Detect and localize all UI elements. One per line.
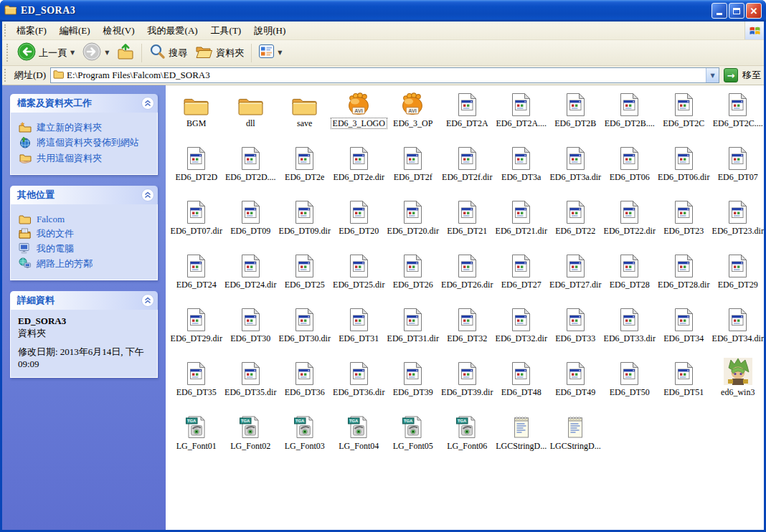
file-list-area[interactable]: BGMdllsaveAVIED6_3_LOGOAVIED6_3_OPED6_DT… <box>166 85 764 530</box>
file-item[interactable]: ED6_DT34.dir <box>711 303 764 357</box>
file-item[interactable]: ED6_DT51 <box>657 357 711 411</box>
file-item[interactable]: ED6_DT28 <box>602 250 657 303</box>
section-header-details[interactable]: 詳細資料 <box>10 291 158 310</box>
file-item[interactable]: save <box>278 88 332 142</box>
file-item[interactable]: ED6_DT2A.... <box>494 88 549 142</box>
file-item[interactable]: ED6_DT29 <box>711 250 764 303</box>
place-my-documents[interactable]: 我的文件 <box>18 228 153 239</box>
file-item[interactable]: ED6_DT24 <box>169 250 224 303</box>
file-item[interactable]: ED6_DT2C.... <box>711 88 764 142</box>
file-item[interactable]: ED6_DT31 <box>332 303 387 357</box>
file-item[interactable]: ED6_DT34 <box>657 303 711 357</box>
menu-view[interactable]: 檢視(V) <box>97 22 141 39</box>
views-button[interactable]: ▼ <box>256 43 285 62</box>
file-item[interactable]: ED6_DT26 <box>386 250 440 303</box>
file-item[interactable]: ED6_DT07.dir <box>169 196 224 250</box>
collapse-chevron-icon[interactable] <box>141 294 154 307</box>
file-item[interactable]: ED6_DT22 <box>549 196 603 250</box>
toolbar-grip[interactable] <box>6 44 10 62</box>
file-item[interactable]: BGM <box>169 88 224 142</box>
file-item[interactable]: ED6_DT20 <box>332 196 387 250</box>
file-item[interactable]: ED6_DT33.dir <box>602 303 657 357</box>
file-item[interactable]: TGALG_Font03 <box>278 411 332 465</box>
file-item[interactable]: ED6_DT2C <box>657 88 711 142</box>
collapse-chevron-icon[interactable] <box>141 97 154 110</box>
file-item[interactable]: TGALG_Font04 <box>332 411 387 465</box>
file-item[interactable]: ED6_DT48 <box>494 357 549 411</box>
forward-button[interactable]: ▼ <box>80 41 112 65</box>
section-header-file-tasks[interactable]: 檔案及資料夾工作 <box>10 94 158 113</box>
minimize-button[interactable] <box>711 3 727 19</box>
file-item[interactable]: ED6_DT32.dir <box>494 303 549 357</box>
file-item[interactable]: AVIED6_3_LOGO <box>332 88 387 142</box>
file-item[interactable]: ED6_DT2B <box>549 88 603 142</box>
file-item[interactable]: ED6_DT25.dir <box>332 250 387 303</box>
file-item[interactable]: ED6_DT29.dir <box>169 303 224 357</box>
file-item[interactable]: ED6_DT24.dir <box>224 250 278 303</box>
file-item[interactable]: ED6_DT32 <box>440 303 495 357</box>
file-item[interactable]: ED6_DT36.dir <box>332 357 387 411</box>
file-item[interactable]: ED6_DT2e.dir <box>332 142 387 196</box>
up-button[interactable] <box>114 42 137 65</box>
file-item[interactable]: TGALG_Font05 <box>386 411 440 465</box>
file-item[interactable]: ED6_DT09.dir <box>278 196 332 250</box>
file-item[interactable]: LGCStringD... <box>549 411 603 465</box>
file-item[interactable]: ED6_DT30.dir <box>278 303 332 357</box>
file-item[interactable]: ED6_DT2e <box>278 142 332 196</box>
file-item[interactable]: ED6_DT06 <box>602 142 657 196</box>
file-item[interactable]: ED6_DT25 <box>278 250 332 303</box>
menu-help[interactable]: 說明(H) <box>247 22 292 39</box>
file-item[interactable]: ED6_DT2D.... <box>224 142 278 196</box>
go-button[interactable]: → <box>724 68 738 82</box>
file-item[interactable]: ED6_DT27.dir <box>549 250 603 303</box>
task-share-folder[interactable]: 共用這個資料夾 <box>18 152 153 163</box>
task-publish-web[interactable]: 將這個資料夾發佈到網站 <box>18 136 153 148</box>
back-dropdown-caret[interactable]: ▼ <box>70 49 75 56</box>
file-item[interactable]: ED6_DT50 <box>602 357 657 411</box>
file-item[interactable]: ed6_win3 <box>711 357 764 411</box>
menu-file[interactable]: 檔案(F) <box>10 22 53 39</box>
file-item[interactable]: ED6_DT23 <box>657 196 711 250</box>
file-item[interactable]: ED6_DT35.dir <box>224 357 278 411</box>
file-item[interactable]: ED6_DT49 <box>549 357 603 411</box>
file-item[interactable]: ED6_DT28.dir <box>657 250 711 303</box>
file-item[interactable]: ED6_DT36 <box>278 357 332 411</box>
place-my-computer[interactable]: 我的電腦 <box>18 242 153 254</box>
file-item[interactable]: ED6_DT3a.dir <box>549 142 603 196</box>
file-item[interactable]: ED6_DT39 <box>386 357 440 411</box>
file-item[interactable]: ED6_DT31.dir <box>386 303 440 357</box>
address-grip[interactable] <box>4 69 8 82</box>
menu-grip[interactable] <box>4 24 8 37</box>
task-new-folder[interactable]: 建立新的資料夾 <box>18 122 153 133</box>
file-item[interactable]: ED6_DT3a <box>494 142 549 196</box>
file-item[interactable]: TGALG_Font01 <box>169 411 224 465</box>
file-item[interactable]: ED6_DT21.dir <box>494 196 549 250</box>
place-network[interactable]: 網路上的芳鄰 <box>18 257 153 269</box>
maximize-button[interactable] <box>729 3 744 19</box>
file-item[interactable]: ED6_DT07 <box>711 142 764 196</box>
section-header-other-places[interactable]: 其他位置 <box>10 186 158 204</box>
menu-edit[interactable]: 編輯(E) <box>53 22 97 39</box>
file-item[interactable]: ED6_DT22.dir <box>602 196 657 250</box>
go-label[interactable]: 移至 <box>742 69 761 82</box>
folders-button[interactable]: 資料夾 <box>192 42 247 63</box>
address-dropdown-button[interactable]: ▼ <box>706 68 719 82</box>
views-dropdown-caret[interactable]: ▼ <box>278 49 282 56</box>
file-item[interactable]: ED6_DT2B.... <box>602 88 657 142</box>
file-item[interactable]: LGCStringD... <box>494 411 549 465</box>
file-item[interactable]: ED6_DT09 <box>224 196 278 250</box>
file-item[interactable]: TGALG_Font02 <box>224 411 278 465</box>
file-item[interactable]: ED6_DT27 <box>494 250 549 303</box>
address-input[interactable]: E:\Program Files\Falcom\ED_SORA3 ▼ <box>50 67 719 83</box>
file-item[interactable]: ED6_DT30 <box>224 303 278 357</box>
file-item[interactable]: ED6_DT26.dir <box>440 250 495 303</box>
file-item[interactable]: ED6_DT39.dir <box>440 357 495 411</box>
file-item[interactable]: ED6_DT2f <box>386 142 440 196</box>
file-item[interactable]: ED6_DT35 <box>169 357 224 411</box>
place-falcom[interactable]: Falcom <box>18 214 153 224</box>
menu-favorites[interactable]: 我的最愛(A) <box>141 22 204 39</box>
file-item[interactable]: ED6_DT2D <box>169 142 224 196</box>
back-button[interactable]: 上一頁 ▼ <box>14 41 77 65</box>
file-item[interactable]: AVIED6_3_OP <box>386 88 440 142</box>
file-item[interactable]: ED6_DT2A <box>440 88 495 142</box>
